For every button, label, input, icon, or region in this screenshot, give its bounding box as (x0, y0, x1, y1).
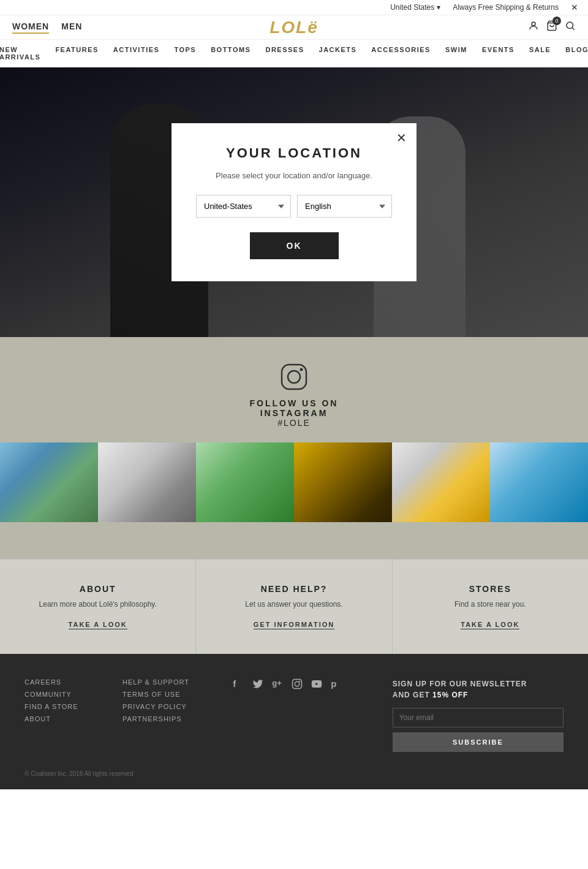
nav-new-arrivals[interactable]: NEW ARRIVALS (0, 46, 40, 61)
main-nav: NEW ARRIVALS FEATURES ACTIVITIES TOPS BO… (0, 40, 588, 67)
instagram-icon (279, 362, 309, 392)
footer-help-desc: Let us answer your questions. (208, 600, 379, 609)
footer-privacy-link[interactable]: PRIVACY POLICY (123, 703, 196, 710)
footer-copyright: © Coalision Inc. 2018 All rights reserve… (24, 770, 564, 777)
location-modal: ✕ YOUR LOCATION Please select your locat… (172, 123, 417, 281)
svg-point-5 (288, 371, 300, 383)
modal-selects: United-States Canada United Kingdom Fran… (196, 195, 392, 218)
top-bar-close[interactable]: ✕ (571, 2, 578, 12)
instagram-social-icon[interactable] (292, 678, 304, 691)
header: WOMEN MEN LOLë 0 (0, 15, 588, 40)
facebook-icon[interactable]: f (233, 678, 245, 691)
location-arrow: ▾ (437, 3, 440, 12)
instagram-photo-5[interactable] (392, 442, 490, 522)
footer-stores-desc: Find a store near you. (405, 600, 576, 609)
svg-point-6 (300, 368, 303, 371)
svg-rect-7 (293, 680, 302, 689)
footer-about-title: ABOUT (12, 584, 183, 594)
nav-dresses[interactable]: DRESSES (265, 46, 304, 61)
twitter-icon[interactable] (252, 678, 265, 691)
nav-sale[interactable]: SALE (529, 46, 551, 61)
hero-section: ✕ YOUR LOCATION Please select your locat… (0, 67, 588, 337)
footer-help-link2[interactable]: HELP & SUPPORT (123, 678, 196, 686)
instagram-photo-grid (0, 442, 588, 522)
modal-overlay: ✕ YOUR LOCATION Please select your locat… (0, 67, 588, 337)
nav-men[interactable]: MEN (61, 21, 82, 34)
nav-swim[interactable]: SWIM (445, 46, 467, 61)
svg-point-0 (532, 22, 535, 26)
footer-terms-link[interactable]: TERMS OF USE (123, 691, 196, 698)
gender-nav: WOMEN MEN (12, 21, 82, 34)
search-icon[interactable] (565, 20, 576, 34)
pinterest-icon[interactable]: p (331, 678, 343, 691)
svg-line-3 (572, 28, 574, 29)
cart-icon[interactable]: 0 (546, 20, 557, 34)
svg-point-8 (295, 681, 300, 686)
cart-badge: 0 (552, 17, 561, 25)
newsletter-section: SIGN UP FOR OUR NEWSLETTERAND GET 15% OF… (393, 678, 564, 752)
footer-stores-col: STORES Find a store near you. TAKE A LOO… (393, 560, 588, 654)
instagram-photo-4[interactable] (294, 442, 392, 522)
footer-about-link[interactable]: TAKE A LOOK (69, 621, 127, 629)
svg-point-9 (299, 681, 300, 682)
modal-subtitle: Please select your location and/or langu… (196, 171, 392, 180)
instagram-photo-1[interactable] (0, 442, 98, 522)
top-bar: United States ▾ Always Free Shipping & R… (0, 0, 588, 15)
footer-links-col2: HELP & SUPPORT TERMS OF USE PRIVACY POLI… (123, 678, 196, 752)
newsletter-email-input[interactable] (393, 708, 564, 727)
grey-spacer (0, 522, 588, 559)
modal-close-button[interactable]: ✕ (396, 131, 407, 145)
nav-features[interactable]: FEATURES (55, 46, 98, 61)
footer-stores-title: STORES (405, 584, 576, 594)
site-logo[interactable]: LOLë (270, 18, 318, 37)
nav-jackets[interactable]: JACKETS (319, 46, 357, 61)
google-icon[interactable]: g+ (272, 678, 284, 691)
newsletter-offer: 15% OFF (432, 691, 468, 699)
svg-rect-4 (282, 365, 306, 389)
nav-accessories[interactable]: ACCESSORIES (371, 46, 431, 61)
svg-point-2 (567, 22, 573, 29)
instagram-photo-6[interactable] (490, 442, 588, 522)
footer-about-desc: Learn more about Lolë's philosophy. (12, 600, 183, 609)
main-footer: CAREERS COMMUNITY FIND A STORE ABOUT HEL… (0, 654, 588, 789)
instagram-follow-label: FOLLOW US ON INSTAGRAM (0, 398, 588, 418)
newsletter-title: SIGN UP FOR OUR NEWSLETTERAND GET 15% OF… (393, 678, 564, 700)
account-icon[interactable] (528, 20, 539, 34)
header-icons: 0 (528, 20, 576, 34)
social-icons-row: f g+ p (233, 678, 343, 691)
footer-about-col: ABOUT Learn more about Lolë's philosophy… (0, 560, 196, 654)
instagram-photo-2[interactable] (98, 442, 196, 522)
nav-women[interactable]: WOMEN (12, 21, 49, 34)
newsletter-subscribe-button[interactable]: SUBSCRIBE (393, 732, 564, 752)
footer-about-link2[interactable]: ABOUT (24, 715, 98, 723)
location-label: United States (390, 3, 434, 12)
footer-help-link[interactable]: GET INFORMATION (254, 621, 334, 629)
footer-help-title: NEED HELP? (208, 584, 379, 594)
nav-tops[interactable]: TOPS (174, 46, 196, 61)
footer-links-col1: CAREERS COMMUNITY FIND A STORE ABOUT (24, 678, 98, 752)
footer-careers-link[interactable]: CAREERS (24, 678, 98, 686)
location-selector[interactable]: United States ▾ (390, 3, 440, 12)
nav-activities[interactable]: ACTIVITIES (113, 46, 160, 61)
modal-ok-button[interactable]: OK (250, 232, 339, 259)
language-select[interactable]: English French Spanish (297, 195, 392, 218)
footer-info-section: ABOUT Learn more about Lolë's philosophy… (0, 559, 588, 654)
location-select[interactable]: United-States Canada United Kingdom Fran… (196, 195, 291, 218)
footer-findstore-link[interactable]: FIND A STORE (24, 703, 98, 710)
nav-events[interactable]: EVENTS (482, 46, 514, 61)
footer-help-col: NEED HELP? Let us answer your questions.… (196, 560, 392, 654)
nav-blog[interactable]: BLOG (565, 46, 588, 61)
shipping-label: Always Free Shipping & Returns (453, 3, 559, 12)
footer-stores-link[interactable]: TAKE A LOOK (461, 621, 519, 629)
modal-title: YOUR LOCATION (196, 145, 392, 161)
youtube-icon[interactable] (311, 678, 323, 691)
footer-community-link[interactable]: COMMUNITY (24, 691, 98, 698)
footer-partnerships-link[interactable]: PARTNERSHIPS (123, 715, 196, 723)
instagram-photo-3[interactable] (196, 442, 294, 522)
footer-top: CAREERS COMMUNITY FIND A STORE ABOUT HEL… (24, 678, 564, 752)
instagram-hashtag[interactable]: #LOLE (0, 418, 588, 428)
nav-bottoms[interactable]: BOTTOMS (211, 46, 251, 61)
instagram-section: FOLLOW US ON INSTAGRAM #LOLE (0, 337, 588, 522)
